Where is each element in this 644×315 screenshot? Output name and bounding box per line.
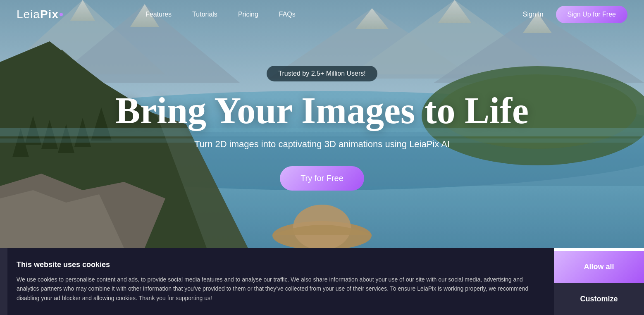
nav-right: Sign In Sign Up for Free	[523, 6, 627, 23]
nav-links: Features Tutorials Pricing FAQs	[145, 11, 296, 18]
logo-leia: Leia	[17, 8, 40, 21]
hero-section: Leia Pix Features Tutorials Pricing FAQs…	[0, 0, 644, 248]
customize-button[interactable]: Customize	[554, 283, 644, 315]
nav-pricing[interactable]: Pricing	[238, 11, 258, 18]
hero-subtitle: Turn 2D images into captivating 3D anima…	[194, 139, 450, 150]
trusted-badge: Trusted by 2.5+ Million Users!	[267, 66, 377, 81]
nav-features[interactable]: Features	[145, 11, 172, 18]
nav-tutorials[interactable]: Tutorials	[192, 11, 217, 18]
cookie-title: This website uses cookies	[17, 260, 537, 269]
try-free-button[interactable]: Try for Free	[280, 166, 364, 191]
logo-pix: Pix	[40, 8, 59, 21]
hero-title: Bring Your Images to Life	[115, 91, 529, 131]
signup-button[interactable]: Sign Up for Free	[556, 6, 627, 23]
cookie-banner: This website uses cookies We use cookies…	[0, 248, 554, 315]
logo[interactable]: Leia Pix	[17, 8, 63, 21]
left-strip	[0, 248, 7, 315]
nav-faqs[interactable]: FAQs	[279, 11, 296, 18]
allow-all-button[interactable]: Allow all	[554, 251, 644, 283]
cookie-text: We use cookies to personalise content an…	[17, 275, 537, 303]
cookie-buttons: Allow all Customize	[554, 251, 644, 315]
sign-in-link[interactable]: Sign In	[523, 11, 544, 18]
logo-dot	[60, 13, 63, 16]
hero-content: Trusted by 2.5+ Million Users! Bring You…	[0, 0, 644, 248]
navbar: Leia Pix Features Tutorials Pricing FAQs…	[0, 0, 644, 29]
